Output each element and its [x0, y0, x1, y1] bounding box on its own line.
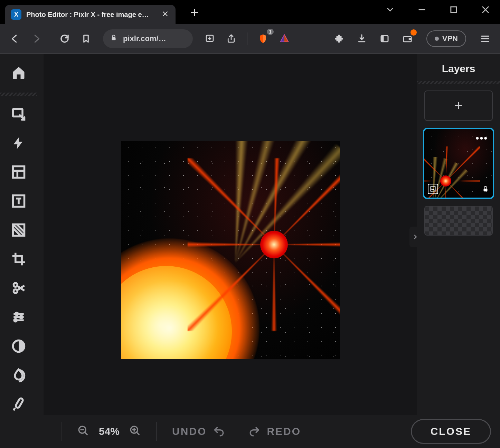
- window-close-button[interactable]: [481, 5, 490, 16]
- zoom-value[interactable]: 54%: [99, 426, 120, 437]
- image-layer-icon: [428, 184, 438, 194]
- close-label: CLOSE: [431, 426, 471, 437]
- brave-rewards-icon[interactable]: [276, 30, 293, 47]
- redo-label: REDO: [267, 426, 301, 437]
- bb-separator: [62, 422, 62, 441]
- liquify-tool[interactable]: [6, 363, 31, 388]
- bb-separator-2: [156, 422, 157, 441]
- tab-close-button[interactable]: [162, 10, 169, 19]
- toolbar-separator: [247, 32, 247, 45]
- zoom-in-button[interactable]: [129, 425, 141, 438]
- svg-rect-0: [451, 7, 456, 12]
- bottom-bar: 54% UNDO REDO CLOSE: [0, 415, 500, 448]
- svg-rect-6: [409, 38, 412, 40]
- extensions-icon[interactable]: [330, 30, 348, 47]
- svg-rect-8: [13, 166, 25, 178]
- layers-panel: Layers + •••: [417, 54, 500, 448]
- wallet-icon[interactable]: [399, 30, 416, 47]
- browser-titlebar: X Photo Editor : Pixlr X - free image ed…: [0, 0, 500, 24]
- browser-toolbar: pixlr.com/… 1 VPN: [0, 24, 500, 54]
- layout-tool[interactable]: [6, 160, 31, 184]
- url-text: pixlr.com/…: [123, 34, 166, 43]
- ai-tools[interactable]: [6, 131, 31, 155]
- plus-icon: +: [454, 97, 463, 114]
- svg-point-13: [16, 313, 18, 315]
- svg-rect-1: [112, 37, 116, 40]
- undo-label: UNDO: [172, 426, 207, 437]
- window-maximize-button[interactable]: [449, 5, 459, 16]
- arrange-tool[interactable]: [6, 102, 31, 126]
- nav-forward-button[interactable]: [28, 30, 45, 47]
- brave-shields-icon[interactable]: 1: [254, 30, 272, 47]
- crop-tool[interactable]: [6, 247, 31, 271]
- chevron-down-icon[interactable]: [385, 5, 395, 16]
- adjust-tool[interactable]: [6, 305, 31, 330]
- svg-point-14: [20, 316, 22, 318]
- browser-menu-icon[interactable]: [477, 30, 494, 47]
- lock-icon: [110, 34, 117, 44]
- share-icon[interactable]: [223, 30, 240, 47]
- retouch-tool[interactable]: [6, 392, 31, 417]
- workarea: 512 x 512 px @ 54%: [37, 54, 417, 448]
- install-app-icon[interactable]: [201, 30, 218, 47]
- svg-rect-4: [381, 36, 384, 42]
- fill-tool[interactable]: [6, 218, 31, 242]
- svg-rect-17: [15, 398, 23, 408]
- redo-button[interactable]: REDO: [249, 426, 301, 437]
- layers-panel-title: Layers: [442, 54, 475, 81]
- canvas-viewport[interactable]: 512 x 512 px @ 54%: [44, 54, 417, 446]
- layers-separator: [417, 81, 500, 84]
- home-button[interactable]: [6, 60, 31, 85]
- new-tab-button[interactable]: [190, 8, 199, 19]
- text-tool[interactable]: [6, 189, 31, 213]
- reload-button[interactable]: [56, 30, 73, 47]
- vpn-button[interactable]: VPN: [426, 30, 466, 47]
- layer-item-1[interactable]: •••: [424, 129, 493, 198]
- downloads-icon[interactable]: [353, 30, 370, 47]
- nav-back-button[interactable]: [6, 30, 23, 47]
- bookmark-button[interactable]: [77, 30, 95, 47]
- window-controls: [385, 5, 490, 16]
- canvas-image[interactable]: [121, 141, 340, 359]
- brave-shield-count: 1: [267, 29, 274, 35]
- svg-point-12: [13, 283, 17, 287]
- filter-tool[interactable]: [6, 334, 31, 359]
- zoom-out-button[interactable]: [77, 425, 89, 438]
- close-button[interactable]: CLOSE: [411, 419, 491, 444]
- add-layer-button[interactable]: +: [424, 90, 493, 121]
- sidebar-toggle-icon[interactable]: [376, 30, 393, 47]
- left-toolstrip: [0, 54, 37, 448]
- tab-title: Photo Editor : Pixlr X - free image edit…: [26, 11, 151, 19]
- svg-rect-19: [484, 189, 488, 191]
- browser-tab[interactable]: X Photo Editor : Pixlr X - free image ed…: [5, 5, 176, 24]
- vpn-status-dot: [435, 37, 439, 41]
- pixlr-favicon: X: [11, 9, 21, 20]
- address-bar[interactable]: pixlr.com/…: [103, 29, 193, 48]
- layer-item-2[interactable]: [424, 206, 493, 236]
- undo-button[interactable]: UNDO: [172, 426, 225, 437]
- collapse-panel-button[interactable]: [409, 227, 421, 247]
- toolstrip-separator: [0, 93, 37, 96]
- notification-dot-icon: [411, 29, 417, 36]
- window-minimize-button[interactable]: [417, 5, 427, 16]
- layer-lock-icon[interactable]: [482, 185, 489, 194]
- pixlr-app: 512 x 512 px @ 54% Layers + •••: [0, 54, 500, 448]
- layer-options-icon[interactable]: •••: [476, 133, 488, 144]
- svg-point-11: [13, 289, 17, 293]
- svg-point-15: [14, 319, 17, 322]
- vpn-label: VPN: [442, 34, 458, 43]
- cutout-tool[interactable]: [6, 276, 31, 301]
